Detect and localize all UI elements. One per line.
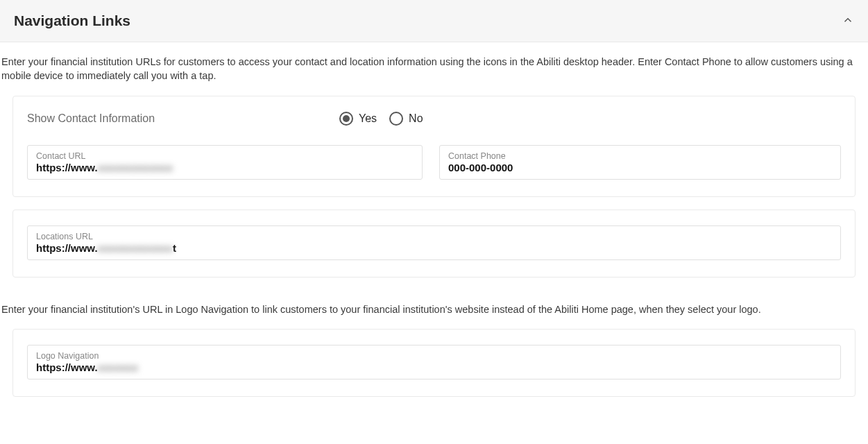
contact-url-field[interactable]: Contact URL https://www.xxxxxxxxxxxxx — [27, 145, 423, 180]
locations-url-label: Locations URL — [36, 232, 832, 241]
contact-phone-field[interactable]: Contact Phone — [439, 145, 841, 180]
section-title: Navigation Links — [14, 12, 130, 29]
section-header[interactable]: Navigation Links — [0, 0, 868, 42]
locations-card: Locations URL https://www.xxxxxxxxxxxxxt — [12, 210, 856, 278]
redacted-text: xxxxxxxxxxxxx — [98, 162, 173, 173]
contact-url-label: Contact URL — [36, 151, 414, 161]
contact-phone-label: Contact Phone — [448, 151, 832, 161]
description-text-1: Enter your financial institution URLs fo… — [0, 42, 868, 93]
locations-url-input[interactable]: https://www.xxxxxxxxxxxxxt — [36, 242, 832, 254]
show-contact-row: Show Contact Information Yes No — [27, 112, 841, 126]
logo-navigation-label: Logo Navigation — [36, 351, 832, 361]
logo-card: Logo Navigation https://www.xxxxxxx — [12, 329, 856, 397]
redacted-text: xxxxxxx — [98, 361, 138, 373]
radio-yes-label: Yes — [359, 112, 377, 125]
contact-url-input[interactable]: https://www.xxxxxxxxxxxxx — [36, 162, 414, 173]
redacted-text: xxxxxxxxxxxxx — [98, 242, 173, 254]
radio-icon — [339, 112, 353, 126]
radio-no-label: No — [409, 112, 423, 125]
contact-card: Show Contact Information Yes No Contact … — [12, 96, 856, 197]
radio-icon — [389, 112, 403, 126]
description-text-2: Enter your financial institution's URL i… — [0, 290, 868, 326]
radio-no[interactable]: No — [389, 112, 423, 126]
contact-phone-input[interactable] — [448, 162, 832, 173]
locations-url-field[interactable]: Locations URL https://www.xxxxxxxxxxxxxt — [27, 225, 841, 260]
chevron-up-icon[interactable] — [842, 14, 854, 28]
show-contact-label: Show Contact Information — [27, 112, 339, 125]
radio-yes[interactable]: Yes — [339, 112, 377, 126]
logo-navigation-input[interactable]: https://www.xxxxxxx — [36, 361, 832, 373]
logo-navigation-field[interactable]: Logo Navigation https://www.xxxxxxx — [27, 345, 841, 379]
show-contact-radio-group: Yes No — [339, 112, 423, 126]
contact-fields-row: Contact URL https://www.xxxxxxxxxxxxx Co… — [27, 145, 841, 180]
